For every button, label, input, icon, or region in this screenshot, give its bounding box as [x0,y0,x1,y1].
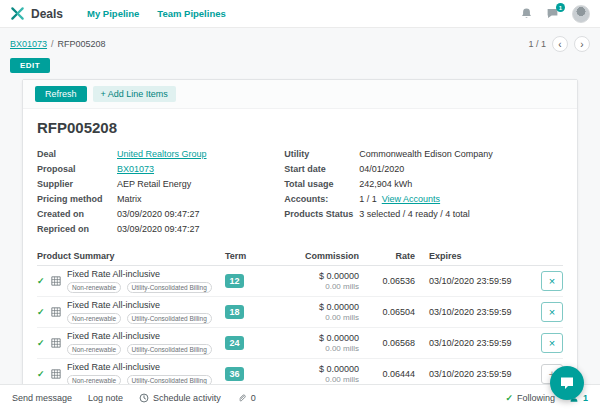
term-badge: 12 [225,274,244,288]
supplier-label: Supplier [37,177,117,192]
product-name: Fixed Rate All-inclusive [67,331,225,342]
tag-billing: Utility-Consolidated Billing [127,282,212,293]
commission-cell: $ 0.00000 0.00 mills [271,333,359,354]
breadcrumb-parent-link[interactable]: BX01073 [10,39,47,49]
expires-value: 03/10/2020 23:59:59 [415,338,535,348]
tag-billing: Utility-Consolidated Billing [127,313,212,324]
accounts-value: 1 / 1View Accounts [359,192,440,207]
product-cell: Fixed Rate All-inclusive Non-renewable U… [67,300,225,324]
commission-value: $ 0.00000 [271,364,359,375]
app-logo-icon [10,6,25,21]
navbar-right: 1 [520,5,590,23]
refresh-button[interactable]: Refresh [35,86,87,102]
app-title: Deals [31,7,63,21]
total-usage-label: Total usage [284,177,359,192]
log-note-button[interactable]: Log note [88,393,123,403]
proposal-link[interactable]: BX01073 [117,162,154,177]
row-action-button[interactable]: × [541,271,563,291]
accounts-label: Accounts: [284,192,359,207]
rate-value: 0.06536 [359,276,415,286]
details-left-column: DealUnited Realtors Group ProposalBX0107… [37,147,284,237]
action-cell: × [535,302,563,322]
messages-icon[interactable]: 1 [546,7,559,20]
product-cell: Fixed Rate All-inclusive Non-renewable U… [67,331,225,355]
utility-value: Commonwealth Edison Company [359,147,493,162]
total-usage-value: 242,904 kWh [359,177,412,192]
notifications-bell-icon[interactable] [520,7,533,20]
deal-link[interactable]: United Realtors Group [117,147,207,162]
commission-mills: 0.00 mills [271,344,359,354]
selected-check-icon[interactable]: ✓ [37,369,51,379]
rate-value: 0.06504 [359,307,415,317]
pricing-method-value: Matrix [117,192,142,207]
following-toggle[interactable]: ✓ Following [505,393,555,403]
record-details: DealUnited Realtors Group ProposalBX0107… [37,147,563,237]
edit-row: EDIT [0,55,600,79]
header-term: Term [225,251,271,261]
term-cell: 24 [225,336,271,350]
brand[interactable]: Deals [10,6,63,21]
following-check-icon: ✓ [505,393,513,403]
header-rate: Rate [359,251,415,261]
product-name: Fixed Rate All-inclusive [67,269,225,280]
pager-next-button[interactable]: › [574,36,590,52]
commission-value: $ 0.00000 [271,333,359,344]
messages-badge: 1 [556,3,565,12]
selected-check-icon[interactable]: ✓ [37,276,51,286]
selected-check-icon[interactable]: ✓ [37,338,51,348]
tag-billing: Utility-Consolidated Billing [127,344,212,355]
products-status-label: Products Status [284,207,359,222]
pricing-method-label: Pricing method [37,192,117,207]
schedule-activity-button[interactable]: Schedule activity [139,393,221,403]
main-nav: My Pipeline Team Pipelines [87,8,226,19]
created-on-value: 03/09/2020 09:47:27 [117,207,200,222]
attachments-button[interactable]: 0 [237,393,256,403]
chatter-footer: Send message Log note Schedule activity … [0,384,600,410]
tag-renewable: Non-renewable [67,282,121,293]
commission-mills: 0.00 mills [271,313,359,323]
created-on-label: Created on [37,207,117,222]
expires-value: 03/10/2020 23:59:59 [415,369,535,379]
nav-team-pipelines[interactable]: Team Pipelines [157,8,225,19]
tag-renewable: Non-renewable [67,313,121,324]
term-cell: 12 [225,274,271,288]
row-action-button[interactable]: × [541,302,563,322]
products-table: Product Summary Term Commission Rate Exp… [37,249,563,390]
user-avatar[interactable] [572,5,590,23]
term-cell: 36 [225,367,271,381]
product-tags: Non-renewable Utility-Consolidated Billi… [67,282,225,293]
accounts-count: 1 / 1 [359,194,377,204]
action-cell: × [535,271,563,291]
product-row: ✓ Fixed Rate All-inclusive Non-r [37,297,563,328]
commission-cell: $ 0.00000 0.00 mills [271,302,359,323]
rate-value: 0.06444 [359,369,415,379]
header-product-summary: Product Summary [37,251,225,261]
record-title: RFP005208 [37,119,563,136]
repriced-on-label: Repriced on [37,222,117,237]
term-badge: 36 [225,367,244,381]
record-pager: 1 / 1 ‹ › [528,36,590,52]
clock-icon [139,393,149,403]
expires-value: 03/10/2020 23:59:59 [415,307,535,317]
commission-mills: 0.00 mills [271,282,359,292]
table-body: ✓ Fixed Rate All-inclusive Non-r [37,266,563,390]
product-row: ✓ Fixed Rate All-inclusive Non-r [37,328,563,359]
row-action-button[interactable]: × [541,333,563,353]
selected-check-icon[interactable]: ✓ [37,307,51,317]
breadcrumb-bar: BX01073 / RFP005208 1 / 1 ‹ › [0,28,600,55]
view-accounts-link[interactable]: View Accounts [382,194,440,204]
product-cell: Fixed Rate All-inclusive Non-renewable U… [67,269,225,293]
nav-my-pipeline[interactable]: My Pipeline [87,8,139,19]
pager-prev-button[interactable]: ‹ [552,36,568,52]
deal-label: Deal [37,147,117,162]
followers-count: 1 [583,393,588,403]
commission-cell: $ 0.00000 0.00 mills [271,364,359,385]
grid-icon [51,369,67,379]
schedule-activity-label: Schedule activity [153,393,221,403]
edit-button[interactable]: EDIT [10,58,50,73]
following-label: Following [517,393,555,403]
add-line-items-button[interactable]: + Add Line Items [93,86,176,102]
send-message-button[interactable]: Send message [12,393,72,403]
chat-fab-button[interactable] [550,366,584,400]
top-navbar: Deals My Pipeline Team Pipelines 1 [0,0,600,28]
